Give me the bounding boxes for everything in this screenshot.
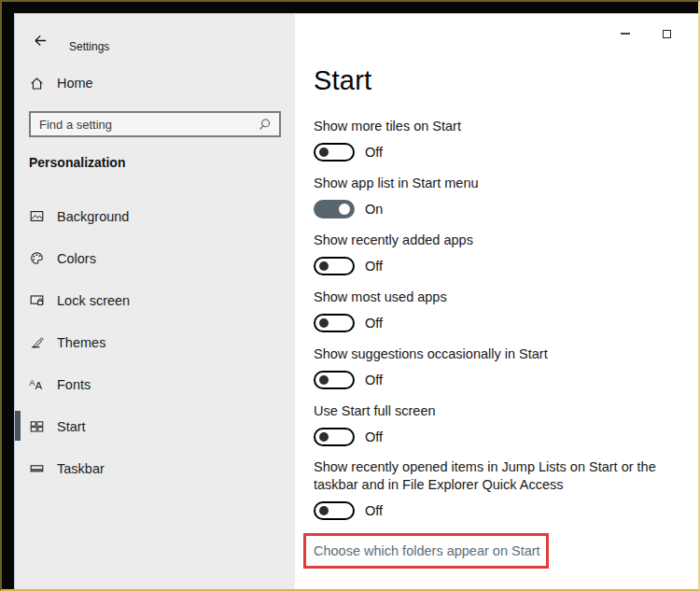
toggle-state-label: Off (365, 259, 383, 274)
sidebar-item-start[interactable]: Start (15, 405, 295, 447)
settings-window: Settings Home Personalization (14, 13, 698, 589)
toggle-knob (319, 318, 329, 328)
sidebar-item-background[interactable]: Background (15, 195, 295, 237)
toggle-state-label: Off (365, 373, 383, 387)
setting-full-screen: Use Start full screen Off (314, 401, 698, 449)
setting-label: Show most used apps (314, 288, 698, 306)
setting-show-app-list: Show app list in Start menu On (314, 174, 698, 221)
setting-suggestions: Show suggestions occasionally in Start O… (314, 345, 698, 392)
maximize-button[interactable] (652, 21, 680, 46)
choose-folders-link[interactable]: Choose which folders appear on Start (314, 543, 540, 558)
toggle-suggestions[interactable] (314, 371, 355, 389)
settings-groups: Show more tiles on Start Off Show app li… (314, 117, 698, 569)
toggle-full-screen[interactable] (314, 428, 355, 446)
toggle-jump-lists[interactable] (314, 501, 355, 520)
themes-brush-icon (29, 334, 45, 350)
toggle-most-used[interactable] (314, 314, 355, 332)
sidebar-item-colors[interactable]: Colors (15, 237, 295, 279)
toggle-recently-added[interactable] (314, 257, 355, 275)
setting-jump-lists: Show recently opened items in Jump Lists… (314, 458, 698, 523)
minimize-button[interactable] (611, 21, 639, 46)
back-button[interactable] (29, 29, 51, 51)
sidebar-item-label: Colors (57, 251, 96, 266)
toggle-knob (319, 506, 329, 515)
sidebar-item-label: Fonts (57, 377, 91, 392)
lock-screen-icon (29, 292, 45, 308)
back-arrow-icon (33, 33, 49, 49)
toggle-state-label: On (365, 202, 383, 217)
main-content: Start Show more tiles on Start Off Show … (295, 14, 698, 589)
setting-label: Show more tiles on Start (314, 117, 698, 135)
toggle-knob (319, 375, 329, 385)
setting-most-used: Show most used apps Off (314, 288, 698, 335)
toggle-state-label: Off (365, 503, 383, 518)
setting-label: Use Start full screen (314, 401, 698, 420)
fonts-aa-icon: A A (29, 376, 45, 392)
search-input[interactable] (31, 118, 258, 132)
maximize-icon (663, 30, 671, 38)
start-tiles-icon (29, 418, 45, 434)
minimize-icon (621, 33, 630, 35)
toggle-state-label: Off (365, 316, 383, 331)
sidebar-item-home[interactable]: Home (15, 66, 295, 100)
home-icon (29, 76, 45, 91)
section-header: Personalization (29, 155, 125, 170)
sidebar-item-taskbar[interactable]: Taskbar (15, 447, 295, 489)
settings-search-box (29, 111, 281, 137)
setting-label: Show app list in Start menu (314, 174, 698, 192)
toggle-state-label: Off (365, 429, 383, 444)
sidebar-item-label: Themes (57, 335, 105, 350)
toggle-knob (319, 432, 329, 442)
annotation-highlight-box: Choose which folders appear on Start (303, 533, 549, 569)
sidebar-item-label: Start (57, 419, 86, 434)
svg-text:A: A (35, 380, 43, 391)
palette-icon (29, 250, 45, 266)
sidebar-item-label: Taskbar (57, 461, 105, 476)
setting-label: Show recently opened items in Jump Lists… (314, 458, 698, 494)
toggle-knob (339, 204, 350, 215)
setting-label: Show suggestions occasionally in Start (314, 345, 698, 363)
sidebar-nav: Background Colors (15, 195, 295, 489)
toggle-show-more-tiles[interactable] (314, 143, 355, 162)
taskbar-icon (29, 460, 45, 476)
sidebar-item-label: Lock screen (57, 293, 130, 308)
sidebar-item-label: Home (57, 76, 93, 91)
sidebar-item-fonts[interactable]: A A Fonts (15, 363, 295, 405)
toggle-knob (319, 261, 329, 271)
toggle-knob (319, 148, 329, 157)
sidebar-item-label: Background (57, 209, 129, 224)
window-title: Settings (69, 40, 109, 53)
setting-show-more-tiles: Show more tiles on Start Off (314, 117, 698, 164)
sidebar-item-themes[interactable]: Themes (15, 321, 295, 363)
setting-recently-added: Show recently added apps Off (314, 231, 698, 278)
search-icon[interactable] (258, 118, 272, 132)
setting-label: Show recently added apps (314, 231, 698, 249)
sidebar-item-lock-screen[interactable]: Lock screen (15, 279, 295, 321)
toggle-state-label: Off (365, 145, 383, 160)
page-title: Start (314, 63, 698, 98)
screenshot-frame: Settings Home Personalization (0, 0, 700, 591)
toggle-show-app-list[interactable] (314, 200, 355, 218)
background-image-icon (29, 208, 45, 224)
sidebar: Settings Home Personalization (15, 14, 295, 589)
